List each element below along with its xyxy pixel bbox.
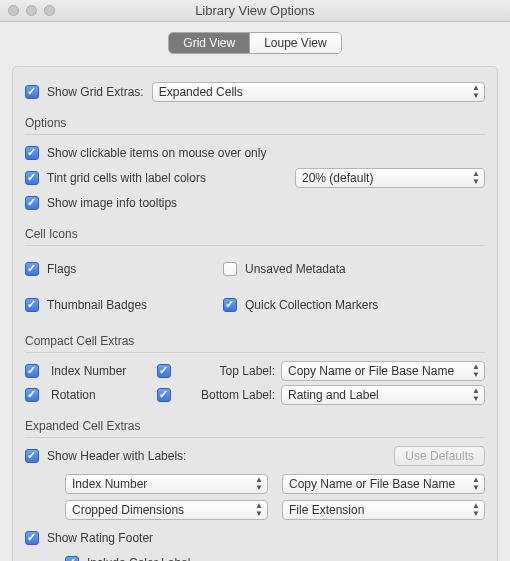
- use-defaults-button[interactable]: Use Defaults: [394, 446, 485, 466]
- divider: [25, 245, 485, 246]
- cell-icons-heading: Cell Icons: [25, 227, 485, 241]
- chevron-updown-icon: ▲▼: [472, 476, 480, 492]
- show-grid-extras-checkbox[interactable]: [25, 85, 39, 99]
- index-number-checkbox[interactable]: [25, 364, 39, 378]
- zoom-icon[interactable]: [44, 5, 55, 16]
- chevron-updown-icon: ▲▼: [255, 476, 263, 492]
- thumbnail-badges-checkbox[interactable]: [25, 298, 39, 312]
- clickable-items-checkbox[interactable]: [25, 146, 39, 160]
- header-select-1[interactable]: Index Number ▲▼: [65, 474, 268, 494]
- top-label-checkbox[interactable]: [157, 364, 171, 378]
- rotation-label: Rotation: [51, 388, 151, 402]
- window-title: Library View Options: [0, 3, 510, 18]
- include-color-label-checkbox[interactable]: [65, 556, 79, 561]
- show-grid-extras-label: Show Grid Extras:: [47, 85, 144, 99]
- chevron-updown-icon: ▲▼: [472, 170, 480, 186]
- minimize-icon[interactable]: [26, 5, 37, 16]
- compact-extras-heading: Compact Cell Extras: [25, 334, 485, 348]
- titlebar: Library View Options: [0, 0, 510, 22]
- index-number-label: Index Number: [51, 364, 151, 378]
- clickable-items-label: Show clickable items on mouse over only: [47, 146, 266, 160]
- show-header-checkbox[interactable]: [25, 449, 39, 463]
- chevron-updown-icon: ▲▼: [472, 363, 480, 379]
- divider: [25, 437, 485, 438]
- tooltips-checkbox[interactable]: [25, 196, 39, 210]
- header-select-3[interactable]: Cropped Dimensions ▲▼: [65, 500, 268, 520]
- thumbnail-badges-label: Thumbnail Badges: [47, 298, 147, 312]
- tint-percent-select[interactable]: 20% (default) ▲▼: [295, 168, 485, 188]
- quick-collection-label: Quick Collection Markers: [245, 298, 378, 312]
- tint-cells-label: Tint grid cells with label colors: [47, 171, 206, 185]
- header-select-2[interactable]: Copy Name or File Base Name ▲▼: [282, 474, 485, 494]
- window-controls: [8, 5, 55, 16]
- options-heading: Options: [25, 116, 485, 130]
- header-select-4[interactable]: File Extension ▲▼: [282, 500, 485, 520]
- show-header-label: Show Header with Labels:: [47, 449, 186, 463]
- flags-checkbox[interactable]: [25, 262, 39, 276]
- grid-extras-select[interactable]: Expanded Cells ▲▼: [152, 82, 485, 102]
- rotation-checkbox[interactable]: [25, 388, 39, 402]
- chevron-updown-icon: ▲▼: [472, 387, 480, 403]
- tooltips-label: Show image info tooltips: [47, 196, 177, 210]
- divider: [25, 352, 485, 353]
- rating-footer-label: Show Rating Footer: [47, 531, 153, 545]
- options-panel: Show Grid Extras: Expanded Cells ▲▼ Opti…: [12, 66, 498, 561]
- top-label-label: Top Label:: [183, 364, 275, 378]
- quick-collection-checkbox[interactable]: [223, 298, 237, 312]
- top-label-select[interactable]: Copy Name or File Base Name ▲▼: [281, 361, 485, 381]
- view-mode-tabs: Grid View Loupe View: [168, 32, 341, 54]
- bottom-label-select[interactable]: Rating and Label ▲▼: [281, 385, 485, 405]
- tint-cells-checkbox[interactable]: [25, 171, 39, 185]
- tab-grid-view[interactable]: Grid View: [169, 33, 249, 53]
- divider: [25, 134, 485, 135]
- flags-label: Flags: [47, 262, 76, 276]
- unsaved-metadata-label: Unsaved Metadata: [245, 262, 346, 276]
- bottom-label-label: Bottom Label:: [183, 388, 275, 402]
- chevron-updown-icon: ▲▼: [472, 84, 480, 100]
- include-color-label-label: Include Color Label: [87, 556, 190, 561]
- chevron-updown-icon: ▲▼: [472, 502, 480, 518]
- unsaved-metadata-checkbox[interactable]: [223, 262, 237, 276]
- bottom-label-checkbox[interactable]: [157, 388, 171, 402]
- tab-loupe-view[interactable]: Loupe View: [249, 33, 341, 53]
- expanded-extras-heading: Expanded Cell Extras: [25, 419, 485, 433]
- close-icon[interactable]: [8, 5, 19, 16]
- rating-footer-checkbox[interactable]: [25, 531, 39, 545]
- chevron-updown-icon: ▲▼: [255, 502, 263, 518]
